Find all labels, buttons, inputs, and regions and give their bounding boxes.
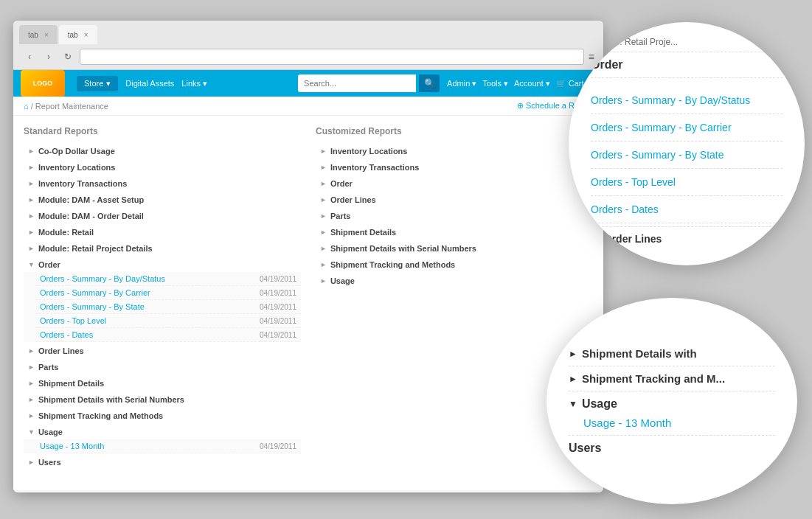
inv-loc-label: Inventory Locations [38,163,116,172]
zoom-usage-row: ▼ Usage Usage - 13 Month [569,391,775,436]
zoom-item-state[interactable]: Orders - Summary - By State [591,142,782,169]
standard-reports-title: Standard Reports [24,126,301,136]
custom-usage-arrow-icon: ► [320,277,327,285]
custom-inv-loc-arrow-icon: ► [320,147,327,155]
report-group-header-usage[interactable]: ▼ Usage [24,425,301,439]
tab-1-close[interactable]: × [44,31,49,39]
parts-arrow-icon: ► [28,363,35,371]
report-group-header-custom-usage[interactable]: ► Usage [316,274,593,288]
back-button[interactable]: ‹ [22,49,37,64]
report-group-header-custom-parts[interactable]: ► Parts [316,209,593,223]
links-nav[interactable]: Links ▾ [181,79,207,88]
zoom-next-section-label: ► Order Lines [591,226,782,251]
zoom-usage-content: ► Shipment Details with ► Shipment Track… [546,327,797,476]
zoom-module-label: Module: Retail Proje... [591,37,782,52]
report-group-header-retail-proj[interactable]: ► Module: Retail Project Details [24,241,301,256]
breadcrumb-home[interactable]: ⌂ [24,102,29,111]
orders-day-status-link[interactable]: Orders - Summary - By Day/Status [40,274,165,283]
report-group-header-retail[interactable]: ► Module: Retail [24,225,301,240]
usage-13month-link[interactable]: Usage - 13 Month [40,442,104,450]
custom-order-lines-label: Order Lines [330,195,376,204]
retail-proj-label: Module: Retail Project Details [38,244,153,253]
zoom-shipment-details-label: Shipment Details with [582,347,697,360]
retail-proj-arrow-icon: ► [28,245,35,252]
report-group-header-custom-shipment-tracking[interactable]: ► Shipment Tracking and Methods [316,257,593,272]
tab-1-label: tab [28,31,38,39]
zoom-usage-items: Usage - 13 Month [569,417,775,429]
url-bar[interactable] [80,49,584,65]
zoom-item-day-status[interactable]: Orders - Summary - By Day/Status [591,87,782,114]
tab-2-label: tab [68,31,78,39]
shipment-tracking-label: Shipment Tracking and Methods [38,411,163,420]
orders-top-level-date: 04/19/2011 [260,317,296,325]
order-items: Orders - Summary - By Day/Status 04/19/2… [24,272,301,342]
browser-tab-1[interactable]: tab × [19,25,58,44]
search-button[interactable]: 🔍 [419,74,440,92]
report-group-header-users[interactable]: ► Users [24,455,301,470]
report-group-coop: ► Co-Op Dollar Usage [24,144,301,159]
digital-assets-link[interactable]: Digital Assets [125,79,174,88]
dam-order-label: Module: DAM - Order Detail [38,212,144,220]
report-group-inv-trans: ► Inventory Transactions [24,176,301,191]
browser-tab-2[interactable]: tab × [59,25,97,44]
report-group-header-order[interactable]: ▼ Order [24,257,301,272]
orders-top-level-link[interactable]: Orders - Top Level [40,316,106,325]
zoom-item-carrier[interactable]: Orders - Summary - By Carrier [591,114,782,142]
report-group-header-custom-inv-trans[interactable]: ► Inventory Transactions [316,160,593,175]
report-group-header-inv-loc[interactable]: ► Inventory Locations [24,160,301,175]
custom-inv-trans-label: Inventory Transactions [330,163,419,172]
shipment-label: Shipment Details [38,379,104,388]
custom-parts-arrow-icon: ► [320,212,327,220]
browser-window: tab × tab × ‹ › ↻ ≡ LOGO Store ▾ [13,21,603,492]
report-group-header-dam-order[interactable]: ► Module: DAM - Order Detail [24,209,301,223]
tab-2-close[interactable]: × [84,31,89,39]
store-button[interactable]: Store ▾ [77,76,118,91]
report-group-header-custom-shipment[interactable]: ► Shipment Details [316,225,593,240]
report-group-header-dam-asset[interactable]: ► Module: DAM - Asset Setup [24,192,301,207]
order-lines-label: Order Lines [38,346,84,355]
browser-menu-icon[interactable]: ≡ [589,51,594,63]
users-label: Users [38,458,61,467]
report-group-header-order-lines[interactable]: ► Order Lines [24,344,301,358]
report-group-retail: ► Module: Retail [24,225,301,240]
forward-button[interactable]: › [41,49,56,64]
links-dropdown-icon: ▾ [203,79,207,88]
breadcrumb-current: Report Maintenance [35,102,108,111]
top-nav: LOGO Store ▾ Digital Assets Links ▾ 🔍 Ad… [13,70,603,97]
orders-carrier-link[interactable]: Orders - Summary - By Carrier [40,288,150,297]
report-group-header-shipment[interactable]: ► Shipment Details [24,376,301,391]
report-group-header-custom-order[interactable]: ► Order [316,176,593,191]
report-group-dam-order: ► Module: DAM - Order Detail [24,209,301,223]
shipment-arrow-icon: ► [28,380,35,387]
report-group-header-parts[interactable]: ► Parts [24,360,301,375]
orders-state-link[interactable]: Orders - Summary - By State [40,302,145,311]
zoom-item-top-level[interactable]: Orders - Top Level [591,169,782,196]
zoom-usage-13month-link[interactable]: Usage - 13 Month [583,417,671,429]
report-group-dam-asset: ► Module: DAM - Asset Setup [24,192,301,207]
report-group-header-coop[interactable]: ► Co-Op Dollar Usage [24,144,301,159]
custom-shipment-serial-label: Shipment Details with Serial Numbers [330,244,476,253]
standard-reports-column: Standard Reports ► Co-Op Dollar Usage ► … [24,126,301,485]
report-group-custom-shipment-tracking: ► Shipment Tracking and Methods [316,257,593,272]
tools-link[interactable]: Tools ▾ [482,79,508,88]
report-group-header-custom-order-lines[interactable]: ► Order Lines [316,192,593,207]
admin-link[interactable]: Admin ▾ [447,79,476,88]
list-item: Orders - Dates 04/19/2011 [35,328,301,342]
report-group-header-shipment-tracking[interactable]: ► Shipment Tracking and Methods [24,408,301,423]
report-group-header-shipment-serial[interactable]: ► Shipment Details with Serial Numbers [24,392,301,407]
orders-state-date: 04/19/2011 [260,303,296,311]
browser-toolbar: ‹ › ↻ ≡ [19,44,597,69]
refresh-button[interactable]: ↻ [60,49,75,64]
report-group-header-inv-trans[interactable]: ► Inventory Transactions [24,176,301,191]
orders-dates-link[interactable]: Orders - Dates [40,330,93,339]
report-group-header-custom-shipment-serial[interactable]: ► Shipment Details with Serial Numbers [316,241,593,256]
report-group-header-custom-inv-loc[interactable]: ► Inventory Locations [316,144,593,159]
custom-shipment-serial-arrow-icon: ► [320,245,327,252]
search-input[interactable] [298,74,416,92]
account-link[interactable]: Account ▾ [514,79,550,88]
customized-reports-title: Customized Reports [316,126,593,136]
custom-shipment-tracking-label: Shipment Tracking and Methods [330,260,455,269]
zoom-item-dates[interactable]: Orders - Dates [591,196,782,223]
list-item: Orders - Summary - By Day/Status 04/19/2… [35,272,301,286]
zoom-users-row: Users [569,436,775,461]
